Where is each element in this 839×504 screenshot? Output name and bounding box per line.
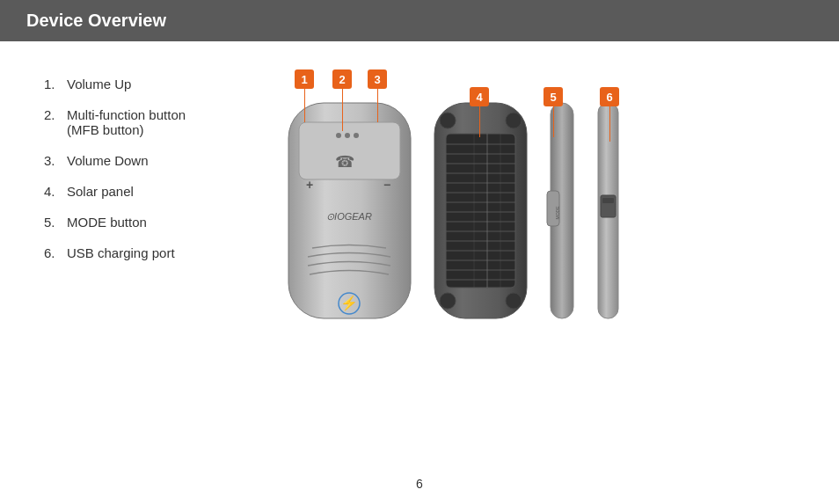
item-list: 1. Volume Up 2. Multi-function button(MF… xyxy=(44,68,246,332)
front-device-svg: ☎ + − ⊙IOGEAR ⚡ xyxy=(281,77,418,332)
diagrams-area: 1 2 3 xyxy=(281,68,795,332)
back-device-svg xyxy=(430,94,531,327)
list-item: 5. MODE button xyxy=(44,215,246,230)
svg-text:−: − xyxy=(383,178,390,192)
header-bar: Device Overview xyxy=(0,0,839,41)
svg-point-3 xyxy=(345,133,350,138)
side-device-svg: MODE xyxy=(544,94,580,327)
svg-point-12 xyxy=(440,113,456,128)
svg-point-4 xyxy=(354,133,359,138)
svg-point-14 xyxy=(440,293,456,309)
svg-text:MODE: MODE xyxy=(555,206,560,220)
page-number: 6 xyxy=(416,477,423,491)
svg-rect-16 xyxy=(446,134,515,288)
device-side2: 6 xyxy=(593,94,624,327)
svg-text:⚡: ⚡ xyxy=(340,295,358,311)
list-item: 6. USB charging port xyxy=(44,245,246,260)
svg-point-2 xyxy=(336,133,341,138)
side2-device-svg xyxy=(593,94,624,327)
svg-point-13 xyxy=(506,113,522,128)
svg-text:☎: ☎ xyxy=(335,153,354,171)
badge-6: 6 xyxy=(600,87,619,106)
svg-rect-40 xyxy=(602,198,614,203)
device-back: 4 xyxy=(430,94,531,327)
svg-text:+: + xyxy=(306,178,313,192)
list-item: 2. Multi-function button(MFB button) xyxy=(44,107,246,137)
badge-2: 2 xyxy=(332,69,352,89)
list-item: 1. Volume Up xyxy=(44,77,246,91)
svg-text:⊙IOGEAR: ⊙IOGEAR xyxy=(326,211,372,222)
svg-point-15 xyxy=(506,293,522,309)
device-front: 1 2 3 xyxy=(281,77,418,332)
badge-1: 1 xyxy=(295,69,314,89)
list-item: 3. Volume Down xyxy=(44,153,246,168)
badge-5: 5 xyxy=(544,87,563,106)
list-item: 4. Solar panel xyxy=(44,184,246,199)
badge-3: 3 xyxy=(368,69,387,89)
device-side: 5 MODE xyxy=(544,94,580,327)
svg-rect-1 xyxy=(299,122,400,179)
page-title: Device Overview xyxy=(26,11,166,30)
badge-4: 4 xyxy=(470,87,489,106)
main-content: 1. Volume Up 2. Multi-function button(MF… xyxy=(0,68,839,332)
